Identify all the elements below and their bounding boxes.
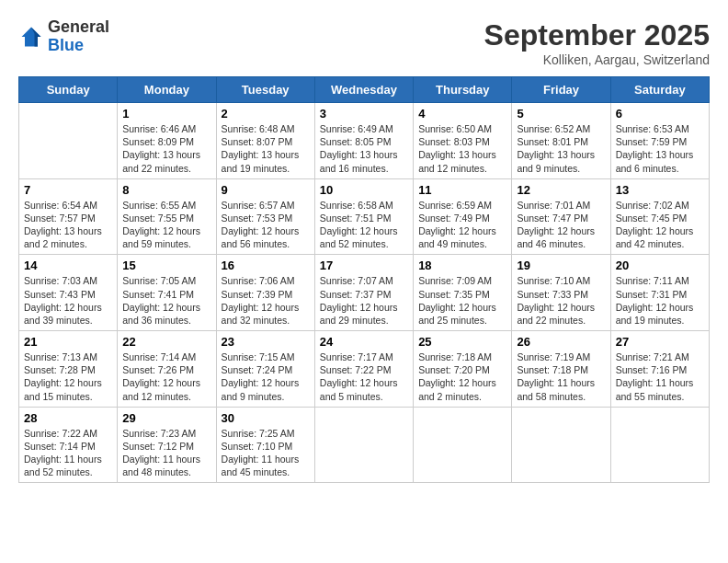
calendar-cell: 16Sunrise: 7:06 AMSunset: 7:39 PMDayligh…: [216, 255, 314, 331]
cell-details: Sunrise: 7:22 AMSunset: 7:14 PMDaylight:…: [24, 427, 112, 479]
cell-details: Sunrise: 6:52 AMSunset: 8:01 PMDaylight:…: [517, 122, 605, 175]
cell-details: Sunrise: 7:21 AMSunset: 7:16 PMDaylight:…: [616, 350, 704, 403]
date-number: 13: [616, 183, 704, 197]
calendar-cell: 23Sunrise: 7:15 AMSunset: 7:24 PMDayligh…: [216, 331, 314, 408]
logo-general: General: [48, 17, 109, 36]
calendar-cell: 8Sunrise: 6:55 AMSunset: 7:55 PMDaylight…: [118, 178, 216, 255]
cell-details: Sunrise: 7:06 AMSunset: 7:39 PMDaylight:…: [222, 274, 310, 327]
date-number: 26: [517, 335, 605, 349]
calendar-subtitle: Kolliken, Aargau, Switzerland: [484, 52, 710, 67]
title-section: September 2025 Kolliken, Aargau, Switzer…: [484, 18, 710, 67]
day-header-wednesday: Wednesday: [314, 77, 413, 103]
calendar-cell: 13Sunrise: 7:02 AMSunset: 7:45 PMDayligh…: [610, 178, 709, 255]
cell-details: Sunrise: 6:53 AMSunset: 7:59 PMDaylight:…: [616, 122, 704, 175]
cell-details: Sunrise: 6:57 AMSunset: 7:53 PMDaylight:…: [222, 199, 310, 251]
cell-details: Sunrise: 6:59 AMSunset: 7:49 PMDaylight:…: [418, 199, 506, 251]
calendar-cell: 19Sunrise: 7:10 AMSunset: 7:33 PMDayligh…: [512, 255, 610, 331]
cell-details: Sunrise: 6:55 AMSunset: 7:55 PMDaylight:…: [122, 199, 210, 251]
day-header-tuesday: Tuesday: [216, 77, 314, 103]
day-header-sunday: Sunday: [19, 77, 118, 103]
date-number: 3: [320, 107, 408, 121]
calendar-cell: 9Sunrise: 6:57 AMSunset: 7:53 PMDaylight…: [216, 178, 314, 255]
date-number: 16: [222, 259, 310, 272]
date-number: 11: [418, 183, 506, 197]
cell-details: Sunrise: 6:54 AMSunset: 7:57 PMDaylight:…: [24, 199, 112, 251]
day-header-saturday: Saturday: [610, 77, 709, 103]
cell-details: Sunrise: 7:19 AMSunset: 7:18 PMDaylight:…: [517, 350, 605, 403]
calendar-cell: 5Sunrise: 6:52 AMSunset: 8:01 PMDaylight…: [512, 103, 610, 179]
cell-details: Sunrise: 7:10 AMSunset: 7:33 PMDaylight:…: [517, 274, 605, 327]
calendar-cell: 15Sunrise: 7:05 AMSunset: 7:41 PMDayligh…: [118, 255, 216, 331]
cell-details: Sunrise: 7:11 AMSunset: 7:31 PMDaylight:…: [616, 274, 704, 327]
day-header-thursday: Thursday: [414, 77, 512, 103]
date-number: 20: [616, 259, 704, 272]
header-row: SundayMondayTuesdayWednesdayThursdayFrid…: [19, 77, 710, 103]
calendar-cell: 12Sunrise: 7:01 AMSunset: 7:47 PMDayligh…: [512, 178, 610, 255]
cell-details: Sunrise: 6:58 AMSunset: 7:51 PMDaylight:…: [320, 199, 408, 251]
day-header-friday: Friday: [512, 77, 610, 103]
calendar-cell: 7Sunrise: 6:54 AMSunset: 7:57 PMDaylight…: [19, 178, 118, 255]
calendar-cell: 24Sunrise: 7:17 AMSunset: 7:22 PMDayligh…: [314, 331, 413, 408]
date-number: 21: [24, 335, 112, 349]
calendar-cell: [610, 407, 709, 483]
cell-details: Sunrise: 7:01 AMSunset: 7:47 PMDaylight:…: [517, 199, 605, 251]
week-row-4: 21Sunrise: 7:13 AMSunset: 7:28 PMDayligh…: [19, 331, 710, 408]
logo-blue: Blue: [48, 36, 84, 54]
calendar-cell: 25Sunrise: 7:18 AMSunset: 7:20 PMDayligh…: [414, 331, 512, 408]
calendar-cell: 18Sunrise: 7:09 AMSunset: 7:35 PMDayligh…: [414, 255, 512, 331]
date-number: 24: [320, 335, 408, 349]
calendar-cell: 4Sunrise: 6:50 AMSunset: 8:03 PMDaylight…: [414, 103, 512, 179]
calendar-cell: 27Sunrise: 7:21 AMSunset: 7:16 PMDayligh…: [610, 331, 709, 408]
calendar-cell: [314, 407, 413, 483]
cell-details: Sunrise: 7:14 AMSunset: 7:26 PMDaylight:…: [122, 350, 210, 403]
calendar-cell: 20Sunrise: 7:11 AMSunset: 7:31 PMDayligh…: [610, 255, 709, 331]
week-row-5: 28Sunrise: 7:22 AMSunset: 7:14 PMDayligh…: [19, 407, 710, 483]
cell-details: Sunrise: 6:46 AMSunset: 8:09 PMDaylight:…: [122, 122, 210, 175]
calendar-cell: [512, 407, 610, 483]
date-number: 27: [616, 335, 704, 349]
cell-details: Sunrise: 7:03 AMSunset: 7:43 PMDaylight:…: [24, 274, 112, 327]
date-number: 22: [122, 335, 210, 349]
logo-icon: [18, 24, 44, 50]
cell-details: Sunrise: 7:23 AMSunset: 7:12 PMDaylight:…: [122, 427, 210, 479]
calendar-cell: 11Sunrise: 6:59 AMSunset: 7:49 PMDayligh…: [414, 178, 512, 255]
calendar-title: September 2025: [484, 18, 710, 52]
calendar-cell: 2Sunrise: 6:48 AMSunset: 8:07 PMDaylight…: [216, 103, 314, 179]
calendar-cell: 10Sunrise: 6:58 AMSunset: 7:51 PMDayligh…: [314, 178, 413, 255]
date-number: 14: [24, 259, 112, 272]
calendar-cell: 1Sunrise: 6:46 AMSunset: 8:09 PMDaylight…: [118, 103, 216, 179]
calendar-cell: 22Sunrise: 7:14 AMSunset: 7:26 PMDayligh…: [118, 331, 216, 408]
calendar-cell: 30Sunrise: 7:25 AMSunset: 7:10 PMDayligh…: [216, 407, 314, 483]
week-row-1: 1Sunrise: 6:46 AMSunset: 8:09 PMDaylight…: [19, 103, 710, 179]
week-row-3: 14Sunrise: 7:03 AMSunset: 7:43 PMDayligh…: [19, 255, 710, 331]
cell-details: Sunrise: 7:25 AMSunset: 7:10 PMDaylight:…: [222, 427, 310, 479]
date-number: 9: [222, 183, 310, 197]
calendar-cell: 3Sunrise: 6:49 AMSunset: 8:05 PMDaylight…: [314, 103, 413, 179]
date-number: 5: [517, 107, 605, 121]
date-number: 15: [122, 259, 210, 272]
header: General Blue September 2025 Kolliken, Aa…: [18, 18, 710, 67]
calendar-cell: [414, 407, 512, 483]
calendar-cell: 14Sunrise: 7:03 AMSunset: 7:43 PMDayligh…: [19, 255, 118, 331]
date-number: 19: [517, 259, 605, 272]
cell-details: Sunrise: 7:17 AMSunset: 7:22 PMDaylight:…: [320, 350, 408, 403]
calendar-table: SundayMondayTuesdayWednesdayThursdayFrid…: [18, 76, 710, 483]
date-number: 23: [222, 335, 310, 349]
calendar-cell: 17Sunrise: 7:07 AMSunset: 7:37 PMDayligh…: [314, 255, 413, 331]
cell-details: Sunrise: 7:02 AMSunset: 7:45 PMDaylight:…: [616, 199, 704, 251]
date-number: 29: [122, 411, 210, 425]
cell-details: Sunrise: 7:09 AMSunset: 7:35 PMDaylight:…: [418, 274, 506, 327]
cell-details: Sunrise: 7:18 AMSunset: 7:20 PMDaylight:…: [418, 350, 506, 403]
date-number: 25: [418, 335, 506, 349]
cell-details: Sunrise: 7:13 AMSunset: 7:28 PMDaylight:…: [24, 350, 112, 403]
date-number: 2: [222, 107, 310, 121]
date-number: 10: [320, 183, 408, 197]
week-row-2: 7Sunrise: 6:54 AMSunset: 7:57 PMDaylight…: [19, 178, 710, 255]
date-number: 7: [24, 183, 112, 197]
calendar-cell: 21Sunrise: 7:13 AMSunset: 7:28 PMDayligh…: [19, 331, 118, 408]
logo: General Blue: [18, 18, 109, 55]
calendar-cell: 6Sunrise: 6:53 AMSunset: 7:59 PMDaylight…: [610, 103, 709, 179]
calendar-cell: [19, 103, 118, 179]
date-number: 4: [418, 107, 506, 121]
date-number: 17: [320, 259, 408, 272]
